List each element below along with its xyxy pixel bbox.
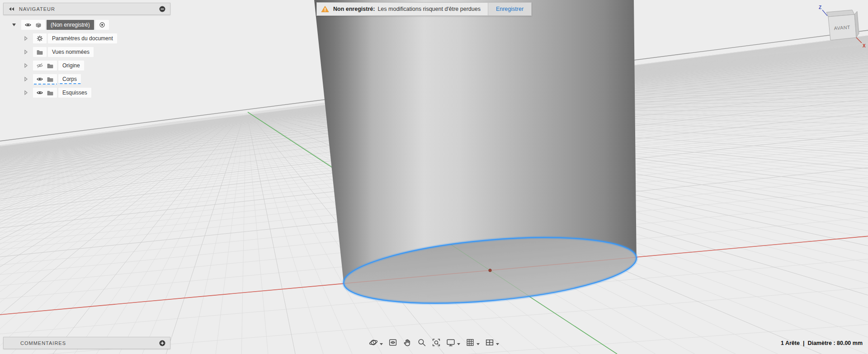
selection-count: 1 Arête bbox=[781, 340, 800, 346]
folder-icon bbox=[47, 76, 54, 83]
dropdown-caret-icon[interactable] bbox=[457, 343, 461, 346]
fit-icon bbox=[432, 338, 441, 347]
notification-message: Les modifications risquent d'être perdue… bbox=[377, 6, 481, 12]
caret-collapsed-icon[interactable] bbox=[22, 76, 29, 83]
grid-icon bbox=[466, 338, 475, 347]
orbit-icon bbox=[369, 338, 378, 347]
eye-icon[interactable] bbox=[36, 76, 43, 83]
caret-collapsed-icon[interactable] bbox=[22, 48, 29, 56]
folder-icon bbox=[47, 89, 54, 96]
fit-tool[interactable] bbox=[432, 338, 441, 347]
viewcube-x-axis-label: X bbox=[863, 43, 866, 48]
collapse-panel-button[interactable] bbox=[159, 5, 166, 13]
tree-row-named-views[interactable]: Vues nommées bbox=[22, 46, 117, 58]
viewports-icon bbox=[485, 338, 495, 347]
activation-radio[interactable] bbox=[95, 20, 109, 30]
gear-icon bbox=[36, 35, 43, 42]
navigator-header[interactable]: NAVIGATEUR bbox=[3, 3, 170, 15]
viewcube[interactable]: Z AVANT X bbox=[802, 2, 868, 52]
navigator-title: NAVIGATEUR bbox=[19, 6, 159, 12]
notification-title: Non enregistré: bbox=[333, 6, 375, 12]
tree-label[interactable]: Esquisses bbox=[58, 88, 91, 98]
look-at-icon bbox=[388, 338, 398, 347]
collapse-arrows-icon[interactable] bbox=[8, 5, 15, 13]
pan-tool[interactable] bbox=[403, 338, 412, 347]
zoom-icon bbox=[417, 338, 427, 347]
tree-row-sketches[interactable]: Esquisses bbox=[22, 87, 117, 99]
eye-icon[interactable] bbox=[36, 89, 43, 96]
tree-label[interactable]: Paramètres du document bbox=[48, 33, 117, 43]
app-window: NAVIGATEUR bbox=[0, 0, 868, 354]
component-icon bbox=[35, 21, 42, 28]
selection-measurement: Diamètre : 80.00 mm bbox=[807, 340, 863, 346]
save-button[interactable]: Enregistrer bbox=[488, 3, 531, 15]
bodies-icons bbox=[33, 74, 57, 85]
tree-label[interactable]: Vues nommées bbox=[48, 47, 94, 57]
unsaved-notification: Non enregistré: Les modifications risque… bbox=[316, 2, 532, 16]
comments-panel-header[interactable]: COMMENTAIRES bbox=[3, 337, 170, 349]
eye-icon[interactable] bbox=[24, 21, 32, 28]
dropdown-caret-icon[interactable] bbox=[380, 343, 383, 346]
document-name[interactable]: (Non enregistré) bbox=[47, 20, 94, 30]
expand-comments-button[interactable] bbox=[159, 340, 166, 347]
dropdown-caret-icon[interactable] bbox=[496, 343, 500, 346]
activation-radio-icon[interactable] bbox=[99, 21, 106, 28]
viewport-3d[interactable] bbox=[0, 0, 868, 354]
tree-label[interactable]: Origine bbox=[58, 61, 84, 71]
origin-icons bbox=[33, 61, 57, 71]
dropdown-caret-icon[interactable] bbox=[476, 343, 480, 346]
warning-icon bbox=[321, 5, 329, 13]
display-settings-icon bbox=[446, 338, 456, 347]
settings-icons bbox=[33, 33, 47, 43]
navigator-tree: (Non enregistré) bbox=[3, 19, 117, 100]
tree-row-document[interactable]: (Non enregistré) bbox=[10, 19, 117, 31]
viewcube-x-axis-line bbox=[856, 38, 862, 43]
display-settings-tool[interactable] bbox=[446, 338, 461, 347]
orbit-tool[interactable] bbox=[369, 338, 383, 347]
comments-title: COMMENTAIRES bbox=[20, 340, 159, 346]
tree-row-origin[interactable]: Origine bbox=[22, 60, 117, 71]
sketches-icons bbox=[33, 88, 57, 98]
grid-and-snaps-tool[interactable] bbox=[466, 338, 480, 347]
caret-collapsed-icon[interactable] bbox=[22, 89, 29, 96]
status-separator: | bbox=[803, 340, 805, 346]
folder-icon bbox=[47, 62, 54, 69]
tree-row-bodies[interactable]: Corps bbox=[22, 73, 117, 85]
eye-hidden-icon[interactable] bbox=[36, 62, 43, 69]
tree-row-document-settings[interactable]: Paramètres du document bbox=[22, 33, 117, 44]
viewports-tool[interactable] bbox=[485, 338, 500, 347]
pan-icon bbox=[403, 338, 412, 347]
caret-collapsed-icon[interactable] bbox=[22, 62, 29, 69]
viewcube-front-label[interactable]: AVANT bbox=[834, 24, 850, 31]
caret-collapsed-icon[interactable] bbox=[22, 35, 29, 42]
selection-status: 1 Arête | Diamètre : 80.00 mm bbox=[781, 340, 863, 346]
document-icons bbox=[21, 20, 45, 30]
look-at-tool[interactable] bbox=[388, 338, 398, 347]
save-button-label: Enregistrer bbox=[496, 6, 524, 12]
named-views-icons bbox=[33, 47, 47, 57]
folder-icon bbox=[36, 48, 43, 56]
zoom-tool[interactable] bbox=[417, 338, 427, 347]
caret-expanded-icon[interactable] bbox=[10, 21, 18, 28]
viewcube-z-axis-label: Z bbox=[819, 5, 821, 10]
navigation-toolbar bbox=[369, 338, 500, 347]
tree-label[interactable]: Corps bbox=[58, 74, 81, 84]
origin-point[interactable] bbox=[489, 269, 491, 272]
